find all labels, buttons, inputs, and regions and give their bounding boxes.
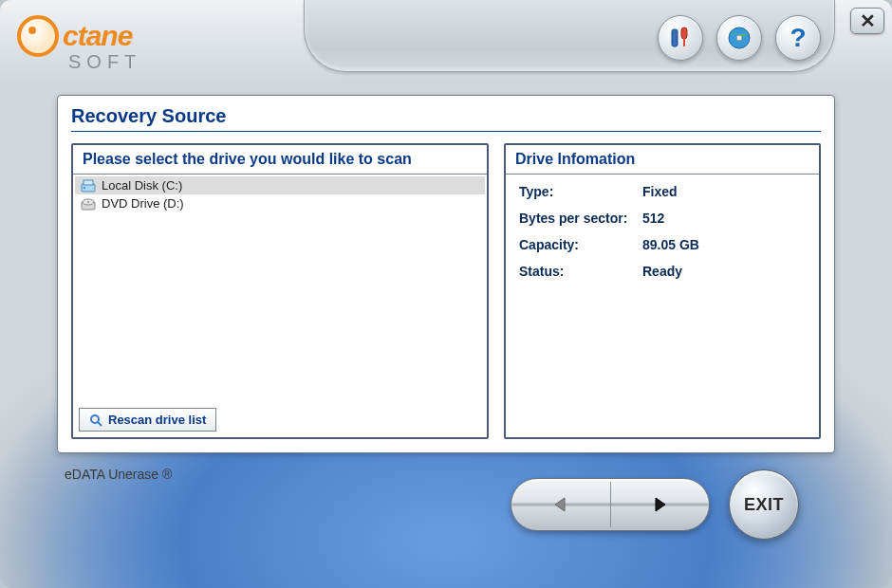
svg-point-4	[736, 35, 742, 41]
info-value: 89.05 GB	[642, 237, 699, 252]
hdd-icon	[81, 179, 96, 193]
logo-word: ctane	[63, 20, 132, 52]
info-panel-header: Drive Infomation	[506, 145, 819, 175]
svg-rect-0	[672, 29, 678, 46]
header-bar: ctane SOFT ?	[0, 0, 892, 85]
info-label: Bytes per sector:	[519, 211, 642, 226]
next-button[interactable]	[611, 479, 710, 530]
dvd-icon	[81, 197, 96, 211]
help-icon: ?	[790, 23, 806, 53]
drive-label: Local Disk (C:)	[102, 178, 182, 193]
drive-label: DVD Drive (D:)	[102, 196, 184, 211]
svg-line-12	[98, 422, 102, 426]
app-logo: ctane SOFT	[17, 15, 141, 73]
prev-button[interactable]	[511, 479, 610, 530]
logo-subtitle: SOFT	[68, 51, 141, 73]
app-window: ctane SOFT ?	[0, 0, 892, 588]
rescan-label: Rescan drive list	[108, 413, 206, 427]
page-title: Recovery Source	[58, 96, 834, 131]
drive-info-panel: Drive Infomation Type: Fixed Bytes per s…	[504, 143, 821, 439]
info-row-capacity: Capacity: 89.05 GB	[519, 237, 806, 252]
svg-point-7	[84, 187, 85, 189]
logo-mark-icon	[17, 15, 59, 57]
world-disc-icon	[726, 25, 753, 51]
drive-select-panel: Please select the drive you would like t…	[71, 143, 489, 439]
arrow-right-icon	[650, 495, 669, 514]
drive-item-d[interactable]: DVD Drive (D:)	[75, 194, 485, 212]
svg-point-10	[87, 201, 89, 203]
title-divider	[71, 131, 821, 132]
tools-button[interactable]	[658, 15, 703, 61]
drive-item-c[interactable]: Local Disk (C:)	[75, 176, 485, 194]
help-button[interactable]: ?	[775, 15, 821, 61]
close-button[interactable]: ✕	[850, 8, 884, 34]
exit-label: EXIT	[744, 495, 784, 515]
exit-button[interactable]: EXIT	[729, 469, 799, 540]
drive-list: Local Disk (C:) DVD Drive (D:)	[73, 175, 487, 214]
magnifier-icon	[89, 413, 102, 427]
globe-button[interactable]	[716, 15, 762, 61]
info-label: Type:	[519, 184, 642, 199]
info-row-status: Status: Ready	[519, 264, 806, 279]
svg-point-11	[91, 415, 99, 423]
header-buttons: ?	[658, 15, 821, 61]
main-panel: Recovery Source Please select the drive …	[57, 95, 835, 453]
tools-icon	[668, 26, 693, 50]
info-value: Ready	[642, 264, 682, 279]
info-value: Fixed	[642, 184, 678, 199]
svg-rect-6	[84, 180, 93, 185]
info-value: 512	[642, 211, 664, 226]
nav-pill	[511, 478, 710, 531]
product-label: eDATA Unerase ®	[65, 467, 172, 482]
svg-rect-2	[683, 37, 685, 46]
info-label: Status:	[519, 264, 642, 279]
close-icon: ✕	[860, 9, 876, 32]
rescan-button[interactable]: Rescan drive list	[79, 408, 216, 432]
drive-panel-header: Please select the drive you would like t…	[73, 145, 487, 175]
info-label: Capacity:	[519, 237, 642, 252]
info-row-type: Type: Fixed	[519, 184, 806, 199]
info-row-bytes: Bytes per sector: 512	[519, 211, 806, 226]
arrow-left-icon	[551, 495, 570, 514]
